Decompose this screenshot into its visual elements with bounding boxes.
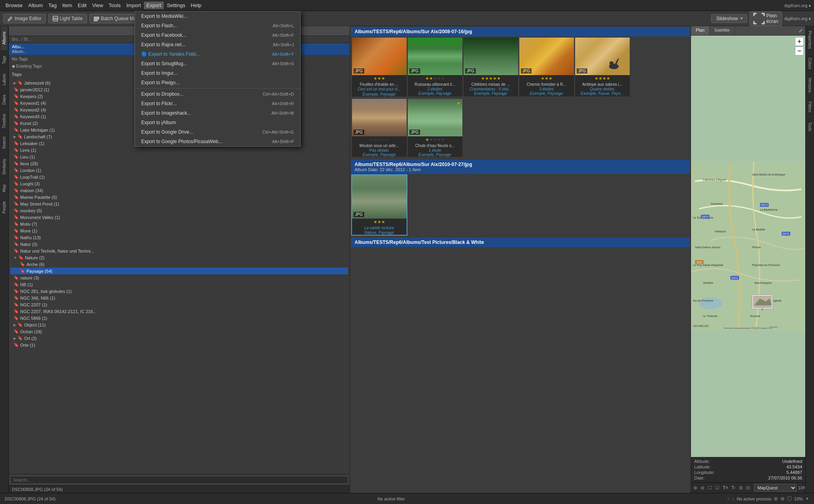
tag-london[interactable]: 🔖 London (1) xyxy=(10,167,348,174)
map-tab-plan[interactable]: Plan xyxy=(691,26,710,35)
map-expand-button[interactable]: ⤢ xyxy=(796,26,805,35)
tab-image-editor[interactable]: Image Editor xyxy=(3,14,46,23)
vtab-albums[interactable]: Albums xyxy=(1,26,8,50)
menu-browse[interactable]: Browse xyxy=(3,2,25,9)
map-tab-satellite[interactable]: Satellite xyxy=(710,26,735,35)
tag-ngc281[interactable]: 🔖 NGC 281, bok globules (1) xyxy=(10,288,348,294)
photo-thumb-sainte-victoire[interactable]: ↺ JPG ★★★ La sainte victoire Nature, Pay… xyxy=(352,175,407,235)
map-action-btn-3[interactable]: ☐ xyxy=(707,484,713,491)
menu-tag[interactable]: Tag xyxy=(46,2,59,9)
map-grid-btn-2[interactable]: ⊟ xyxy=(745,484,751,491)
process-action-1[interactable]: ⊕ xyxy=(774,496,778,502)
tag-monument-valley[interactable]: 🔖 Monument Valley (1) xyxy=(10,214,348,221)
slideshow-button[interactable]: Slideshow ▼ xyxy=(711,14,747,23)
tag-maison[interactable]: 🔖 maison (34) xyxy=(10,187,348,194)
map-area[interactable]: Cabrières-d'Aigues Saint-Martin-de-la-Br… xyxy=(691,36,805,457)
export-imageshack[interactable]: Export to Imageshack... Alt+Shift+M xyxy=(135,108,300,118)
export-mediawiki[interactable]: Export to MediaWiki... xyxy=(135,11,300,21)
export-picasaweb[interactable]: Export to Google Photos/PicasaWeb... Alt… xyxy=(135,137,300,146)
tag-nb[interactable]: 🔖 NB (1) xyxy=(10,281,348,288)
export-rajce[interactable]: Export to Rajce.net... Alt+Shift+J xyxy=(135,40,300,49)
tag-nature-lower[interactable]: 🔖 nature (3) xyxy=(10,274,348,281)
zoom-out-button[interactable]: − xyxy=(795,47,804,55)
menu-view[interactable]: View xyxy=(90,2,106,9)
tag-ngc346[interactable]: 🔖 NGC 346, N66 (1) xyxy=(10,294,348,301)
fullscreen-button[interactable]: Plein écran xyxy=(750,11,782,26)
photo-thumb-celebres[interactable]: JPG ★★★★★ Célèbres mesas de ... Commenta… xyxy=(464,38,518,96)
map-text-btn-T[interactable]: T+ xyxy=(722,484,729,491)
vtab-map[interactable]: Map xyxy=(1,180,8,196)
photo-thumb-antilope[interactable]: JPG ★★★★ Antilope aux sabres i... Quatre… xyxy=(575,38,630,96)
tag-ngc2207-iras[interactable]: 🔖 NGC 2207, IRAS 06142-2121, IC 216... xyxy=(10,308,348,315)
sort-desc-button[interactable]: ↓ xyxy=(732,496,734,502)
vtab-search[interactable]: Search xyxy=(1,133,8,153)
vtab-tags[interactable]: Tags xyxy=(1,50,8,70)
tag-lieu[interactable]: 🔖 Lieu (1) xyxy=(10,153,348,160)
tag-natur[interactable]: 🔖 Natur (3) xyxy=(10,241,348,247)
tag-ngc5866[interactable]: 🔖 NGC 5866 (1) xyxy=(10,315,348,321)
vtab-people[interactable]: People xyxy=(1,196,8,218)
export-imgur[interactable]: Export to Imgur... xyxy=(135,68,300,78)
menu-album[interactable]: Album xyxy=(26,2,45,9)
export-jalbum[interactable]: Export to jAlbum xyxy=(135,118,300,127)
tag-ort[interactable]: ▶ 🔖 Ort (2) xyxy=(10,335,348,342)
menu-export[interactable]: Export xyxy=(144,2,164,9)
export-facebook[interactable]: Export to Facebook... Alt+Shift+F xyxy=(135,30,300,40)
tag-orte[interactable]: 🔖 Orte (1) xyxy=(10,342,348,348)
export-flickr[interactable]: Export to Flickr... Alt+Shift+R xyxy=(135,99,300,108)
export-piwigo[interactable]: Export to Piwigo... xyxy=(135,78,300,87)
rvtab-tools[interactable]: Tools xyxy=(806,117,814,137)
menu-import[interactable]: Import xyxy=(124,2,143,9)
vtab-similarity[interactable]: Similarity xyxy=(1,153,8,180)
rvtab-versions[interactable]: Versions xyxy=(806,74,814,97)
tag-may-street-pond[interactable]: 🔖 May Street Pond (1) xyxy=(10,200,348,207)
tag-ngc2207[interactable]: 🔖 NGC 2207 (1) xyxy=(10,301,348,308)
export-dropbox[interactable]: Export to Dropbox... Ctrl+Alt+Shift+D xyxy=(135,89,300,99)
export-flash[interactable]: Export to Flash... Alt+Shift+L xyxy=(135,21,300,30)
tag-mamie-paulette[interactable]: 🔖 Mamie Paulette (5) xyxy=(10,194,348,200)
photo-thumb-ruisseau[interactable]: JPG ★★★★★ Ruisseau sillonnant li... 2 ét… xyxy=(408,38,462,96)
menu-tools[interactable]: Tools xyxy=(106,2,123,9)
tag-nature[interactable]: ▼ 🔖 Nature (2) xyxy=(10,254,348,261)
tag-lens[interactable]: 🔖 Lens (1) xyxy=(10,147,348,153)
map-action-btn-2[interactable]: ⊗ xyxy=(700,484,705,491)
photo-thumb-feuilles[interactable]: JPG ★★★ Feuilles d'érable en ... Ceci es… xyxy=(352,38,407,96)
tag-monkey[interactable]: 🔖 monkey (5) xyxy=(10,207,348,214)
tag-paysage[interactable]: 🔖 Paysage (54) xyxy=(10,268,348,274)
tag-move[interactable]: 🔖 Move (1) xyxy=(10,227,348,234)
menu-edit[interactable]: Edit xyxy=(75,2,89,9)
tag-natur-technik[interactable]: 🔖 Natur und Technik, Natur und Techni... xyxy=(10,247,348,254)
map-action-btn-4[interactable]: ☑ xyxy=(714,484,720,491)
photo-thumb-chemin[interactable]: JPG ★★★ Chemin forestier à R... 3 étoile… xyxy=(519,38,574,96)
tag-object[interactable]: ▶ 🔖 Object (11) xyxy=(10,321,348,328)
map-text-btn-Tminus[interactable]: T- xyxy=(731,484,736,491)
export-googledrive[interactable]: Export to Google Drive... Ctrl+Alt+Shift… xyxy=(135,127,300,137)
map-action-btn-1[interactable]: ⊕ xyxy=(693,484,698,491)
export-smugmug[interactable]: Export to SmugMug... Alt+Shift+S xyxy=(135,59,300,68)
rvtab-properties[interactable]: Properties xyxy=(806,26,814,54)
photo-thumb-chute[interactable]: ★ JPG ★★★★★ Chute d'eau fleurie s... 1 é… xyxy=(408,99,462,157)
search-input[interactable] xyxy=(10,476,348,484)
tab-light-table[interactable]: Light Table xyxy=(48,14,87,23)
tag-nathu[interactable]: 🔖 Nathu (13) xyxy=(10,234,348,241)
tag-looptrail[interactable]: 🔖 LoopTrail (1) xyxy=(10,174,348,180)
zoom-select-button[interactable]: ▼ xyxy=(805,496,809,501)
vtab-dates[interactable]: Dates xyxy=(1,89,8,109)
tag-motiv[interactable]: 🔖 Motiv (7) xyxy=(10,221,348,227)
tag-arche[interactable]: 🔖 Arche (6) xyxy=(10,261,348,268)
zoom-in-button[interactable]: + xyxy=(795,37,804,46)
tag-luoghi[interactable]: 🔖 Luoghi (3) xyxy=(10,180,348,187)
menu-item[interactable]: Item xyxy=(60,2,74,9)
rvtab-filters[interactable]: Filters xyxy=(806,97,814,117)
vtab-labels[interactable]: Labels xyxy=(1,70,8,89)
sort-asc-button[interactable]: ↑ xyxy=(727,496,730,502)
export-yandex[interactable]: 🔵 Export to Yandex.Fotki... Alt+Shift+Y xyxy=(135,49,300,59)
tag-ocean[interactable]: 🔖 Océan (18) xyxy=(10,328,348,335)
vtab-timeline[interactable]: Timeline xyxy=(1,109,8,133)
process-action-3[interactable]: ☐ xyxy=(787,496,792,502)
map-provider-select[interactable]: MapQuest Google Maps OpenStreetMap xyxy=(754,484,797,492)
menu-help[interactable]: Help xyxy=(189,2,204,9)
map-grid-btn-1[interactable]: ⊞ xyxy=(738,484,744,491)
menu-settings[interactable]: Settings xyxy=(165,2,188,9)
process-action-2[interactable]: ⊗ xyxy=(780,496,785,502)
